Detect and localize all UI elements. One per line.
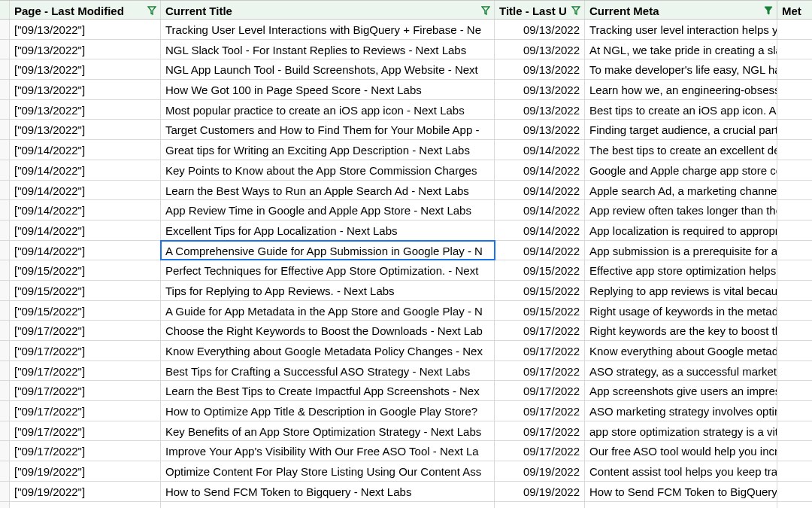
cell-page-modified[interactable]: ["09/14/2022"]: [10, 221, 161, 240]
cell-meta-partial[interactable]: [777, 401, 812, 421]
cell-title-last-updated[interactable]: 09/17/2022: [495, 381, 585, 400]
cell-meta-partial[interactable]: [777, 502, 812, 509]
cell-current-title[interactable]: Know Everything about Google Metadata Po…: [161, 341, 495, 360]
cell-meta-partial[interactable]: [777, 482, 812, 501]
table-row[interactable]: ["09/17/2022"]How to Optimize App Title …: [0, 401, 812, 421]
cell-current-meta[interactable]: An effective app description delineates: [585, 502, 777, 509]
cell-current-title[interactable]: Great tips for Writing an Exciting App D…: [161, 140, 495, 160]
row-gutter[interactable]: [0, 361, 10, 381]
table-row[interactable]: ["09/15/2022"]A Guide for App Metadata i…: [0, 301, 812, 321]
row-gutter[interactable]: [0, 421, 10, 441]
cell-title-last-updated[interactable]: 09/14/2022: [495, 200, 585, 220]
cell-current-meta[interactable]: How to Send FCM Token to BigQuery: [585, 482, 777, 501]
cell-page-modified[interactable]: ["09/13/2022"]: [10, 59, 161, 79]
table-row[interactable]: ["09/17/2022"]Key Benefits of an App Sto…: [0, 421, 812, 442]
cell-page-modified[interactable]: ["09/14/2022"]: [10, 160, 161, 180]
table-row[interactable]: ["09/15/2022"]Tips for Replying to App R…: [0, 281, 812, 301]
row-gutter[interactable]: [0, 200, 10, 220]
cell-current-title[interactable]: Key Benefits of an App Store Optimizatio…: [161, 421, 495, 441]
table-row[interactable]: ["09/13/2022"]NGL App Launch Tool - Buil…: [0, 59, 812, 80]
cell-title-last-updated[interactable]: 09/17/2022: [495, 441, 585, 461]
cell-title-last-updated[interactable]: 09/14/2022: [495, 181, 585, 200]
column-header-current-title[interactable]: Current Title: [161, 1, 495, 19]
cell-meta-partial[interactable]: [777, 241, 812, 260]
cell-current-meta[interactable]: App localization is required to appropri: [585, 221, 777, 240]
table-row[interactable]: ["09/14/2022"]Key Points to Know about t…: [0, 160, 812, 181]
table-row[interactable]: ["09/14/2022"]Excellent Tips for App Loc…: [0, 221, 812, 241]
row-gutter[interactable]: [0, 221, 10, 240]
cell-page-modified[interactable]: ["09/17/2022"]: [10, 321, 161, 340]
cell-page-modified[interactable]: ["09/17/2022"]: [10, 361, 161, 381]
table-row[interactable]: ["09/17/2022"]Best Tips for Crafting a S…: [0, 361, 812, 382]
cell-title-last-updated[interactable]: 09/14/2022: [495, 221, 585, 240]
cell-meta-partial[interactable]: [777, 120, 812, 139]
row-gutter[interactable]: [0, 160, 10, 180]
cell-meta-partial[interactable]: [777, 381, 812, 400]
cell-current-title[interactable]: Best Tips for Crafting a Successful ASO …: [161, 361, 495, 381]
cell-meta-partial[interactable]: [777, 461, 812, 481]
cell-title-last-updated[interactable]: 09/17/2022: [495, 401, 585, 421]
cell-page-modified[interactable]: ["09/13/2022"]: [10, 80, 161, 99]
cell-current-title[interactable]: A Comprehensive Guide for App Submission…: [161, 241, 495, 260]
table-row[interactable]: ["09/13/2022"]Most popular practice to c…: [0, 100, 812, 120]
cell-title-last-updated[interactable]: 09/17/2022: [495, 361, 585, 381]
cell-current-title[interactable]: Target Customers and How to Find Them fo…: [161, 120, 495, 139]
table-row[interactable]: ["09/13/2022"]Target Customers and How t…: [0, 120, 812, 140]
row-gutter[interactable]: [0, 40, 10, 59]
cell-title-last-updated[interactable]: 09/17/2022: [495, 421, 585, 441]
cell-title-last-updated[interactable]: 09/15/2022: [495, 301, 585, 321]
row-gutter[interactable]: [0, 59, 10, 79]
cell-page-modified[interactable]: ["09/19/2022"]: [10, 482, 161, 501]
cell-meta-partial[interactable]: [777, 200, 812, 220]
table-row[interactable]: ["09/14/2022"]A Comprehensive Guide for …: [0, 241, 812, 261]
table-row[interactable]: ["09/13/2022"]How We Got 100 in Page Spe…: [0, 80, 812, 100]
cell-current-meta[interactable]: To make developer's life easy, NGL ha: [585, 59, 777, 79]
cell-page-modified[interactable]: ["09/17/2022"]: [10, 381, 161, 400]
cell-title-last-updated[interactable]: 09/14/2022: [495, 241, 585, 260]
cell-current-title[interactable]: Key Points to Know about the App Store C…: [161, 160, 495, 180]
cell-title-last-updated[interactable]: 09/13/2022: [495, 120, 585, 139]
table-row[interactable]: ["09/15/2022"]Perfect Techniques for Eff…: [0, 260, 812, 281]
filter-icon[interactable]: [571, 6, 581, 17]
table-row[interactable]: ["09/13/2022"]NGL Slack Tool - For Insta…: [0, 40, 812, 60]
cell-current-title[interactable]: How We Got 100 in Page Speed Score - Nex…: [161, 80, 495, 99]
cell-current-title[interactable]: Excellent Tips for App Localization - Ne…: [161, 221, 495, 240]
cell-current-title[interactable]: Techniques and Tips for Writing an Effec…: [161, 502, 495, 509]
cell-page-modified[interactable]: ["09/17/2022"]: [10, 441, 161, 461]
cell-page-modified[interactable]: ["09/20/2022"]: [10, 502, 161, 509]
cell-current-title[interactable]: A Guide for App Metadata in the App Stor…: [161, 301, 495, 321]
cell-current-title[interactable]: Choose the Right Keywords to Boost the D…: [161, 321, 495, 340]
cell-page-modified[interactable]: ["09/13/2022"]: [10, 100, 161, 120]
table-row[interactable]: ["09/17/2022"]Choose the Right Keywords …: [0, 321, 812, 341]
cell-title-last-updated[interactable]: 09/13/2022: [495, 59, 585, 79]
cell-current-meta[interactable]: Apple search Ad, a marketing channel: [585, 181, 777, 200]
cell-page-modified[interactable]: ["09/15/2022"]: [10, 260, 161, 280]
row-gutter[interactable]: [0, 482, 10, 501]
cell-title-last-updated[interactable]: 09/13/2022: [495, 80, 585, 99]
cell-page-modified[interactable]: ["09/14/2022"]: [10, 200, 161, 220]
cell-current-title[interactable]: How to Send FCM Token to Bigquery - Next…: [161, 482, 495, 501]
cell-current-title[interactable]: Perfect Techniques for Effective App Sto…: [161, 260, 495, 280]
cell-current-meta[interactable]: The best tips to create an excellent de: [585, 140, 777, 160]
cell-current-meta[interactable]: Effective app store optimization helps a: [585, 260, 777, 280]
cell-current-meta[interactable]: ASO strategy, as a successful marketin: [585, 361, 777, 381]
cell-title-last-updated[interactable]: 09/14/2022: [495, 140, 585, 160]
cell-current-title[interactable]: NGL App Launch Tool - Build Screenshots,…: [161, 59, 495, 79]
cell-page-modified[interactable]: ["09/14/2022"]: [10, 140, 161, 160]
cell-current-meta[interactable]: Know everything about Google metada: [585, 341, 777, 360]
column-header-current-meta[interactable]: Current Meta: [585, 1, 777, 19]
cell-current-title[interactable]: Improve Your App's Visibility With Our F…: [161, 441, 495, 461]
cell-current-meta[interactable]: Our free ASO tool would help you incre: [585, 441, 777, 461]
row-gutter[interactable]: [0, 140, 10, 160]
cell-meta-partial[interactable]: [777, 301, 812, 321]
row-gutter[interactable]: [0, 181, 10, 200]
cell-meta-partial[interactable]: [777, 160, 812, 180]
row-gutter[interactable]: [0, 441, 10, 461]
cell-current-title[interactable]: Tracking User Level Interactions with Bi…: [161, 20, 495, 39]
cell-current-title[interactable]: Optimize Content For Play Store Listing …: [161, 461, 495, 481]
cell-page-modified[interactable]: ["09/15/2022"]: [10, 301, 161, 321]
filter-icon[interactable]: [147, 6, 157, 17]
cell-current-meta[interactable]: app store optimization strategy is a vit…: [585, 421, 777, 441]
cell-title-last-updated[interactable]: 09/19/2022: [495, 482, 585, 501]
cell-title-last-updated[interactable]: 09/15/2022: [495, 281, 585, 300]
